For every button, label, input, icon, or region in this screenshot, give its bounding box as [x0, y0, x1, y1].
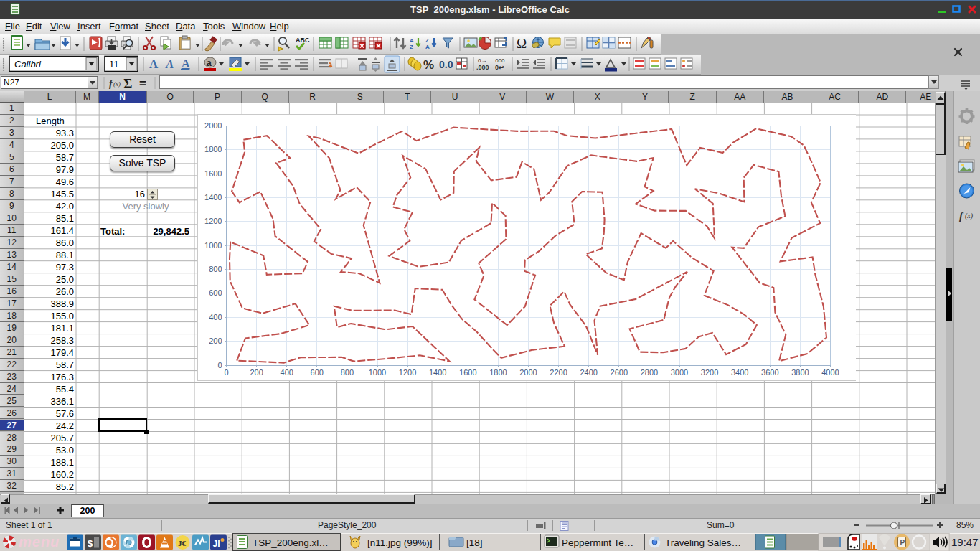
svg-text:200: 200	[250, 368, 263, 377]
svg-text:a: a	[207, 58, 212, 68]
svg-text:2200: 2200	[550, 368, 567, 377]
svg-text:menu: menu	[19, 534, 60, 550]
svg-text:400: 400	[280, 368, 293, 377]
svg-text:1400: 1400	[428, 368, 446, 377]
svg-text:3600: 3600	[761, 368, 778, 377]
svg-text:3200: 3200	[700, 368, 717, 377]
svg-text:=: =	[139, 77, 146, 90]
svg-text:1600: 1600	[204, 169, 222, 178]
svg-text:1800: 1800	[204, 145, 222, 154]
svg-text:P: P	[900, 538, 905, 546]
svg-text:[18]: [18]	[466, 537, 483, 548]
svg-text:1000: 1000	[368, 368, 385, 377]
svg-text:1200: 1200	[398, 368, 415, 377]
svg-text:0.0: 0.0	[439, 59, 453, 70]
svg-text:4000: 4000	[821, 368, 839, 377]
svg-text:A: A	[182, 57, 190, 70]
svg-text:A: A	[149, 57, 159, 71]
svg-text:600: 600	[209, 288, 222, 297]
svg-text:(x): (x)	[113, 80, 121, 88]
svg-text:0: 0	[217, 361, 222, 369]
svg-text:800: 800	[340, 368, 353, 377]
svg-text:0: 0	[224, 368, 228, 377]
svg-text:JI: JI	[213, 538, 220, 548]
svg-text:1200: 1200	[204, 217, 222, 225]
svg-text:.000: .000	[494, 57, 505, 64]
svg-text:Σ: Σ	[123, 76, 132, 91]
svg-text:2800: 2800	[640, 368, 657, 377]
svg-text:19:47: 19:47	[951, 536, 979, 548]
svg-text:0→: 0→	[478, 57, 486, 64]
svg-text:TSP_200eng.xl…: TSP_200eng.xl…	[253, 537, 329, 547]
svg-text:A: A	[165, 57, 174, 71]
svg-text:Traveling Sales…: Traveling Sales…	[665, 537, 741, 548]
svg-text:400: 400	[209, 313, 222, 321]
svg-text:2600: 2600	[610, 368, 627, 377]
svg-text:0↩: 0↩	[495, 64, 504, 71]
svg-text:A: A	[410, 37, 414, 44]
svg-text:.000: .000	[476, 64, 489, 71]
svg-text:3400: 3400	[730, 368, 748, 377]
svg-text:1800: 1800	[489, 368, 507, 377]
svg-text:ABC: ABC	[296, 37, 310, 44]
svg-text:1400: 1400	[204, 193, 222, 202]
svg-text:2000: 2000	[204, 121, 222, 130]
svg-text:600: 600	[310, 368, 323, 377]
svg-text:Z: Z	[410, 44, 413, 50]
svg-text:1600: 1600	[459, 368, 476, 377]
svg-text:(x): (x)	[965, 212, 974, 220]
svg-text:11: 11	[109, 59, 119, 70]
svg-text:[n11.jpg (99%)]: [n11.jpg (99%)]	[367, 537, 433, 548]
svg-text:800: 800	[209, 265, 222, 273]
svg-text:J€: J€	[178, 538, 187, 547]
svg-text:2000: 2000	[519, 368, 537, 377]
svg-text:Calibri: Calibri	[14, 59, 42, 70]
svg-text:%: %	[423, 58, 434, 72]
svg-text:Z: Z	[425, 37, 429, 44]
svg-text:1000: 1000	[204, 241, 222, 250]
svg-text:2400: 2400	[580, 368, 597, 377]
svg-text:3800: 3800	[791, 368, 809, 377]
svg-text:f: f	[959, 210, 964, 222]
svg-text:Ω: Ω	[517, 36, 527, 51]
svg-text:$: $	[88, 537, 93, 548]
svg-text:Peppermint Te…: Peppermint Te…	[562, 537, 633, 548]
svg-text:A: A	[425, 44, 430, 50]
svg-text:200: 200	[209, 336, 222, 345]
svg-text:3000: 3000	[670, 368, 687, 377]
